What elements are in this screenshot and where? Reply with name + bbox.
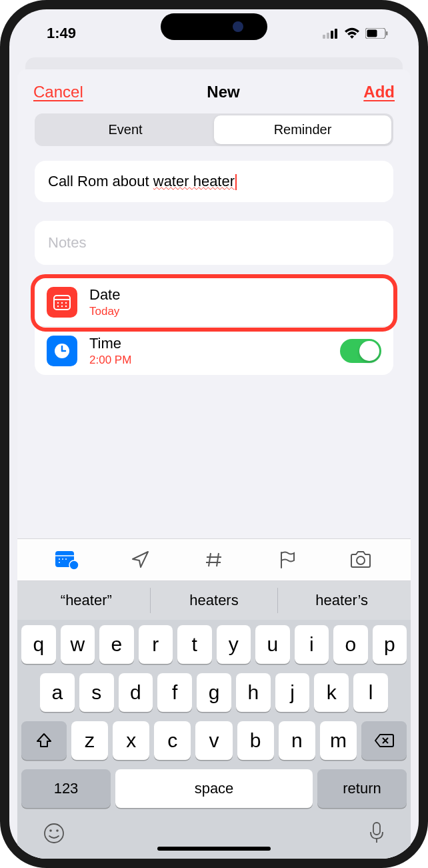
status-time: 1:49 <box>47 25 76 42</box>
quick-toolbar <box>17 538 411 581</box>
svg-point-32 <box>45 824 63 843</box>
key-o[interactable]: o <box>333 625 368 664</box>
time-label: Time <box>89 335 328 352</box>
suggestion-3[interactable]: heater’s <box>277 588 405 613</box>
svg-point-22 <box>65 558 67 560</box>
time-row[interactable]: Time 2:00 PM <box>35 326 393 375</box>
dynamic-island <box>161 13 267 40</box>
nav-bar: Cancel New Add <box>17 69 411 111</box>
svg-point-12 <box>57 306 59 307</box>
svg-point-24 <box>69 560 79 570</box>
title-field[interactable]: Call Rom about water heater <box>35 161 393 202</box>
key-l[interactable]: l <box>353 673 388 712</box>
key-row-1: q w e r t y u i o p <box>21 625 407 664</box>
segment-reminder[interactable]: Reminder <box>214 115 391 144</box>
time-switch[interactable] <box>340 339 381 363</box>
battery-icon <box>365 28 388 39</box>
notes-field[interactable]: Notes <box>35 221 393 265</box>
type-segmented-control[interactable]: Event Reminder <box>35 113 393 146</box>
date-value: Today <box>89 305 381 318</box>
mic-icon <box>368 821 385 845</box>
calendar-clock-icon[interactable] <box>54 548 81 571</box>
key-y[interactable]: y <box>217 625 251 664</box>
key-return[interactable]: return <box>317 769 407 808</box>
home-indicator[interactable] <box>157 847 271 851</box>
date-row[interactable]: Date Today <box>35 278 393 326</box>
key-r[interactable]: r <box>139 625 173 664</box>
key-shift[interactable] <box>21 721 67 760</box>
nav-title: New <box>207 83 239 101</box>
emoji-button[interactable] <box>43 822 65 847</box>
key-u[interactable]: u <box>255 625 290 664</box>
location-icon[interactable] <box>127 548 154 571</box>
dictation-button[interactable] <box>368 821 385 848</box>
svg-line-25 <box>209 553 211 566</box>
sheet-background-card <box>25 57 403 69</box>
svg-line-26 <box>217 553 219 566</box>
keyboard: q w e r t y u i o p a s d f g h <box>17 620 411 859</box>
svg-rect-3 <box>335 29 337 39</box>
date-label: Date <box>89 286 381 304</box>
svg-rect-5 <box>367 30 377 37</box>
keyboard-bottom <box>21 817 407 848</box>
key-a[interactable]: a <box>40 673 75 712</box>
key-z[interactable]: z <box>71 721 108 760</box>
key-i[interactable]: i <box>295 625 329 664</box>
add-button[interactable]: Add <box>363 83 395 101</box>
key-v[interactable]: v <box>195 721 232 760</box>
suggestion-1[interactable]: “heater” <box>23 588 150 613</box>
camera-icon[interactable] <box>347 548 374 571</box>
key-f[interactable]: f <box>157 673 192 712</box>
key-j[interactable]: j <box>275 673 310 712</box>
title-text: Call Rom about water heater <box>48 173 237 189</box>
suggestion-2[interactable]: heaters <box>150 588 278 613</box>
key-w[interactable]: w <box>61 625 95 664</box>
shift-icon <box>35 732 53 749</box>
key-e[interactable]: e <box>99 625 134 664</box>
key-t[interactable]: t <box>177 625 212 664</box>
key-g[interactable]: g <box>197 673 231 712</box>
svg-point-33 <box>49 829 52 832</box>
svg-point-11 <box>65 302 67 304</box>
datetime-section: Date Today Time 2:00 PM <box>35 278 393 375</box>
key-c[interactable]: c <box>154 721 191 760</box>
status-indicators <box>323 27 388 39</box>
svg-point-9 <box>57 302 59 304</box>
keyboard-suggestions: “heater” heaters heater’s <box>17 581 411 620</box>
key-p[interactable]: p <box>373 625 407 664</box>
emoji-icon <box>43 822 65 845</box>
svg-point-14 <box>65 306 67 307</box>
cancel-button[interactable]: Cancel <box>33 83 83 101</box>
svg-point-10 <box>61 302 63 304</box>
key-k[interactable]: k <box>314 673 349 712</box>
key-numbers[interactable]: 123 <box>21 769 111 808</box>
svg-rect-6 <box>386 31 388 35</box>
svg-point-34 <box>56 829 59 832</box>
svg-rect-2 <box>331 31 333 39</box>
svg-point-20 <box>59 558 60 560</box>
screen: 1:49 Cancel New Add Event Reminder <box>9 9 419 859</box>
svg-point-29 <box>357 556 365 564</box>
svg-point-23 <box>59 562 60 563</box>
key-q[interactable]: q <box>21 625 56 664</box>
key-space[interactable]: space <box>115 769 313 808</box>
key-backspace[interactable] <box>361 721 407 760</box>
tag-icon[interactable] <box>201 548 227 571</box>
key-h[interactable]: h <box>236 673 271 712</box>
key-m[interactable]: m <box>320 721 357 760</box>
key-s[interactable]: s <box>79 673 114 712</box>
time-value: 2:00 PM <box>89 354 328 367</box>
key-d[interactable]: d <box>119 673 153 712</box>
cellular-icon <box>323 28 339 39</box>
key-b[interactable]: b <box>237 721 274 760</box>
calendar-icon <box>47 287 77 318</box>
key-n[interactable]: n <box>279 721 315 760</box>
flag-icon[interactable] <box>274 548 301 571</box>
svg-point-13 <box>61 306 63 307</box>
svg-rect-35 <box>373 823 380 835</box>
key-x[interactable]: x <box>113 721 149 760</box>
segment-event[interactable]: Event <box>37 115 214 144</box>
clock-icon <box>47 336 77 366</box>
wifi-icon <box>344 27 360 39</box>
notes-placeholder: Notes <box>48 234 86 251</box>
